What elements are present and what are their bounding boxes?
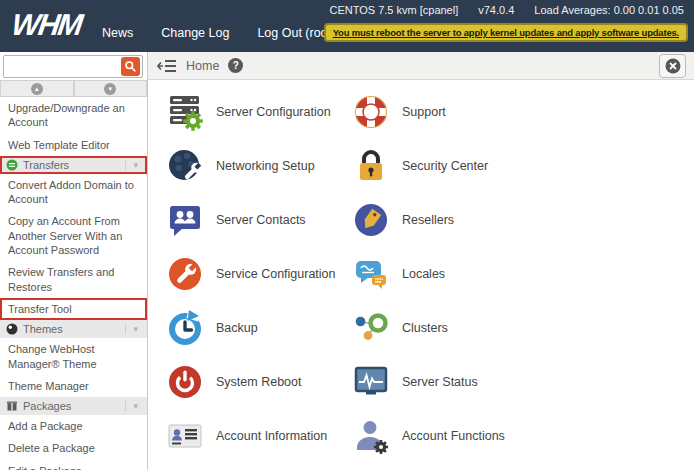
version-info: v74.0.4	[478, 4, 514, 16]
scroll-down-icon: ▼	[104, 83, 116, 95]
app-group-label: Server Status	[402, 375, 478, 389]
app-group-server-contacts[interactable]: Server Contacts	[165, 193, 351, 247]
app-group-security-center[interactable]: Security Center	[351, 139, 694, 193]
server-status-icon	[351, 362, 391, 402]
app-group-grid: Server Configuration Support	[148, 80, 694, 463]
packages-icon	[6, 400, 18, 412]
locales-icon	[351, 254, 391, 294]
account-information-icon	[165, 416, 205, 456]
sidebar-section-label: Themes	[23, 323, 120, 335]
top-header: WHM CENTOS 7.5 kvm [cpanel] v74.0.4 Load…	[0, 0, 694, 52]
close-button[interactable]	[659, 54, 686, 78]
system-info: CENTOS 7.5 kvm [cpanel] v74.0.4 Load Ave…	[329, 4, 684, 16]
service-configuration-icon	[165, 254, 205, 294]
reboot-warning-banner[interactable]: You must reboot the server to apply kern…	[324, 23, 688, 42]
security-center-icon	[351, 146, 391, 186]
app-group-account-functions[interactable]: Account Functions	[351, 409, 694, 463]
app-group-label: Server Configuration	[216, 105, 331, 119]
chevron-down-icon[interactable]: ▾	[125, 324, 143, 334]
sidebar-item-transfer-tool[interactable]: Transfer Tool	[0, 298, 147, 320]
app-group-networking-setup[interactable]: Networking Setup	[165, 139, 351, 193]
help-icon[interactable]: ?	[228, 58, 243, 73]
chevron-down-icon[interactable]: ▾	[125, 401, 143, 411]
sidebar-item-delete-a-package[interactable]: Delete a Package	[0, 437, 147, 459]
app-group-backup[interactable]: Backup	[165, 301, 351, 355]
close-icon	[665, 58, 681, 74]
sidebar-scroll-buttons: ▲ ▼	[0, 80, 147, 97]
toolbar-row: Home ?	[0, 52, 694, 80]
app-group-label: Security Center	[402, 159, 488, 173]
sidebar-section-label: Transfers	[23, 159, 120, 171]
app-group-server-status[interactable]: Server Status	[351, 355, 694, 409]
app-group-label: Account Information	[216, 429, 327, 443]
sidebar-nav-list: Upgrade/Downgrade an Account Web Templat…	[0, 97, 147, 470]
app-group-clusters[interactable]: Clusters	[351, 301, 694, 355]
whm-logo[interactable]: WHM	[10, 8, 84, 42]
chevron-down-icon[interactable]: ▾	[125, 160, 143, 170]
scroll-up-button[interactable]: ▲	[0, 80, 74, 97]
sidebar-item-theme-manager[interactable]: Theme Manager	[0, 375, 147, 397]
main-panel: Server Configuration Support	[148, 80, 694, 470]
sidebar-section-packages[interactable]: Packages ▾	[0, 397, 147, 415]
app-group-label: Clusters	[402, 321, 448, 335]
app-group-service-configuration[interactable]: Service Configuration	[165, 247, 351, 301]
app-group-account-information[interactable]: Account Information	[165, 409, 351, 463]
app-group-support[interactable]: Support	[351, 85, 694, 139]
app-group-label: Support	[402, 105, 446, 119]
sidebar-item-web-template-editor[interactable]: Web Template Editor	[0, 134, 147, 156]
scroll-up-icon: ▲	[31, 83, 43, 95]
search-button[interactable]	[121, 57, 140, 76]
app-group-label: Server Contacts	[216, 213, 306, 227]
server-configuration-icon	[165, 92, 205, 132]
sidebar-section-transfers[interactable]: Transfers ▾	[0, 156, 147, 174]
content-area: ▲ ▼ Upgrade/Downgrade an Account Web Tem…	[0, 80, 694, 470]
breadcrumb: Home ?	[148, 52, 694, 80]
transfers-icon	[6, 159, 18, 171]
server-contacts-icon	[165, 200, 205, 240]
app-group-label: Backup	[216, 321, 258, 335]
resellers-icon	[351, 200, 391, 240]
sidebar-item-review-transfers-restores[interactable]: Review Transfers and Restores	[0, 261, 147, 298]
themes-icon	[6, 323, 18, 335]
nav-change-log[interactable]: Change Log	[161, 26, 229, 40]
app-group-locales[interactable]: Locales	[351, 247, 694, 301]
app-group-label: Networking Setup	[216, 159, 315, 173]
search-icon	[124, 60, 137, 73]
app-group-server-configuration[interactable]: Server Configuration	[165, 85, 351, 139]
app-group-label: System Reboot	[216, 375, 301, 389]
sidebar-item-add-a-package[interactable]: Add a Package	[0, 415, 147, 437]
scroll-down-button[interactable]: ▼	[74, 80, 148, 97]
sidebar-section-themes[interactable]: Themes ▾	[0, 320, 147, 338]
os-info: CENTOS 7.5 kvm [cpanel]	[329, 4, 458, 16]
sidebar-search-area	[0, 52, 148, 80]
sidebar-section-label: Packages	[23, 400, 120, 412]
header-nav: News Change Log Log Out (root)	[102, 26, 335, 40]
app-group-label: Locales	[402, 267, 445, 281]
account-functions-icon	[351, 416, 391, 456]
app-group-label: Service Configuration	[216, 267, 336, 281]
breadcrumb-home[interactable]: Home	[186, 59, 219, 73]
support-icon	[351, 92, 391, 132]
system-reboot-icon	[165, 362, 205, 402]
app-group-system-reboot[interactable]: System Reboot	[165, 355, 351, 409]
sidebar-item-change-whm-theme[interactable]: Change WebHost Manager® Theme	[0, 338, 147, 375]
load-averages: Load Averages: 0.00 0.01 0.05	[534, 4, 684, 16]
sidebar-item-edit-a-package[interactable]: Edit a Package	[0, 460, 147, 470]
app-group-label: Resellers	[402, 213, 454, 227]
sidebar: ▲ ▼ Upgrade/Downgrade an Account Web Tem…	[0, 80, 148, 470]
nav-news[interactable]: News	[102, 26, 133, 40]
clusters-icon	[351, 308, 391, 348]
sidebar-item-upgrade-downgrade-account[interactable]: Upgrade/Downgrade an Account	[0, 97, 147, 134]
app-group-label: Account Functions	[402, 429, 505, 443]
collapse-sidebar-icon[interactable]	[157, 59, 177, 73]
networking-setup-icon	[165, 146, 205, 186]
app-group-resellers[interactable]: Resellers	[351, 193, 694, 247]
sidebar-item-copy-account-from-server[interactable]: Copy an Account From Another Server With…	[0, 210, 147, 261]
backup-icon	[165, 308, 205, 348]
sidebar-item-convert-addon-domain[interactable]: Convert Addon Domain to Account	[0, 174, 147, 211]
